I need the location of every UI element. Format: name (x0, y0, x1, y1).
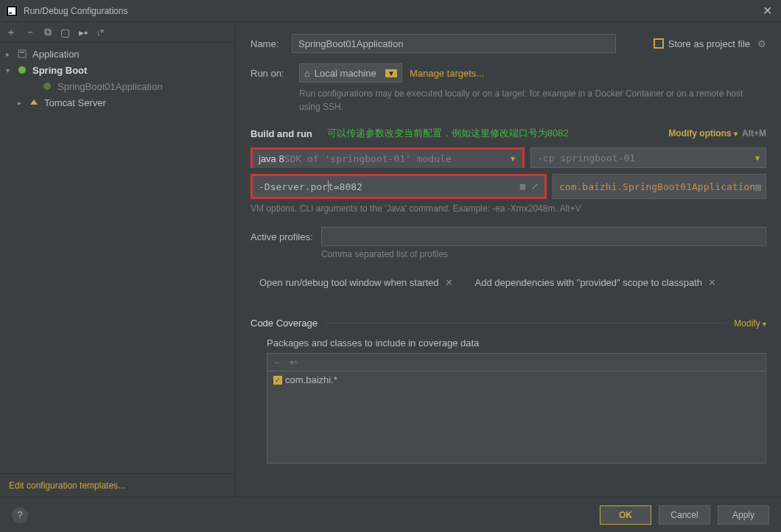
dropdown-arrow-icon: ▼ (755, 154, 760, 162)
help-icon[interactable]: ? (12, 507, 28, 523)
home-icon: ⌂ (304, 68, 310, 79)
tree-item-application[interactable]: ▸ Application (0, 46, 235, 62)
add-icon[interactable]: ＋ (6, 26, 16, 39)
folder-icon[interactable]: ▸▪ (79, 27, 88, 38)
sidebar: ＋ － ⧉ ▢ ▸▪ ↓ª ▸ Application ▾ Spring Boo… (0, 22, 236, 497)
profiles-input[interactable] (321, 227, 766, 246)
dropdown-arrow-icon: ▼ (509, 155, 516, 163)
svg-rect-3 (20, 52, 24, 53)
sidebar-toolbar: ＋ － ⧉ ▢ ▸▪ ↓ª (0, 22, 235, 43)
classpath-field[interactable]: -cp springboot-01 ▼ (530, 147, 766, 168)
tree-item-springboot[interactable]: ▾ Spring Boot (0, 62, 235, 78)
build-and-run-title: Build and run (251, 128, 312, 139)
remove-icon[interactable]: － (25, 26, 35, 39)
close-icon[interactable]: ✕ (760, 4, 775, 18)
cancel-button[interactable]: Cancel (659, 505, 710, 525)
manage-targets-link[interactable]: Manage targets... (410, 68, 484, 79)
ok-button[interactable]: OK (600, 505, 651, 525)
profiles-label: Active profiles: (251, 231, 321, 242)
titlebar: Run/Debug Configurations ✕ (0, 0, 781, 22)
sort-icon[interactable]: ↓ª (97, 28, 104, 37)
window-title: Run/Debug Configurations (24, 6, 760, 16)
tomcat-icon (28, 97, 40, 108)
save-icon[interactable]: ▢ (60, 27, 70, 38)
store-as-file-checkbox[interactable] (654, 38, 664, 49)
main-class-field[interactable]: com.baizhi.SpringBoot01Application ▤ (553, 174, 766, 199)
list-icon[interactable]: ▤ (755, 181, 761, 192)
sdk-dropdown[interactable]: java 8 SDK of 'springboot-01' module ▼ (251, 147, 525, 168)
application-icon (16, 48, 28, 60)
config-tree: ▸ Application ▾ Spring Boot SpringBoot01… (0, 43, 235, 473)
coverage-subtitle: Packages and classes to include in cover… (267, 337, 766, 349)
annotation-text: 可以传递参数改变当前配置，例如这里修改端口号为8082 (327, 127, 569, 140)
svg-rect-1 (9, 13, 12, 14)
remove-chip-icon[interactable]: ✕ (708, 277, 716, 288)
tree-item-springboot01[interactable]: SpringBoot01Application (0, 78, 235, 94)
chevron-right-icon: ▸ (18, 99, 27, 107)
vm-options-input[interactable]: -Dserver.port=8082 ▦ ⤢ (251, 174, 547, 199)
store-as-file-label: Store as project file (668, 38, 750, 49)
chip-provided-scope: Add dependencies with "provided" scope t… (475, 277, 716, 288)
chip-open-tool-window: Open run/debug tool window when started … (259, 277, 453, 288)
springboot-icon (16, 64, 28, 76)
name-label: Name: (251, 38, 292, 49)
runon-dropdown[interactable]: ⌂ Local machine ▼ (299, 63, 402, 83)
remove-chip-icon[interactable]: ✕ (445, 277, 453, 288)
edit-templates-link[interactable]: Edit configuration templates... (9, 480, 125, 491)
modify-options-link[interactable]: Modify options ▾ (668, 128, 738, 139)
modify-shortcut: Alt+M (742, 128, 766, 139)
svg-rect-2 (18, 50, 26, 57)
code-coverage-title: Code Coverage (251, 318, 318, 329)
coverage-modify-link[interactable]: Modify ▾ (734, 318, 766, 329)
app-logo-icon (6, 5, 18, 17)
coverage-item[interactable]: ✓ com.baizhi.* (267, 371, 766, 388)
remove-icon[interactable]: － (272, 356, 281, 369)
expand-icon[interactable]: ⤢ (531, 181, 539, 192)
coverage-list: － +▫ ✓ com.baizhi.* (267, 353, 766, 463)
checkbox-checked-icon[interactable]: ✓ (273, 376, 282, 385)
vm-hint: VM options. CLI arguments to the 'Java' … (251, 203, 766, 214)
history-icon[interactable]: ▦ (520, 181, 525, 192)
svg-point-4 (18, 66, 26, 74)
chevron-right-icon: ▸ (6, 50, 15, 58)
content-panel: Name: Store as project file ⚙ Run on: ⌂ … (236, 22, 781, 497)
springboot-icon (41, 80, 53, 92)
cursor-caret (328, 181, 329, 192)
gear-icon[interactable]: ⚙ (757, 38, 766, 49)
name-input[interactable] (292, 34, 616, 53)
runon-label: Run on: (251, 68, 292, 79)
copy-icon[interactable]: ⧉ (44, 26, 52, 38)
tree-item-tomcat[interactable]: ▸ Tomcat Server (0, 94, 235, 111)
apply-button[interactable]: Apply (718, 505, 769, 525)
chevron-down-icon: ▾ (6, 66, 15, 74)
svg-point-5 (43, 83, 51, 90)
dropdown-arrow-icon: ▼ (385, 69, 397, 77)
footer: ? OK Cancel Apply (0, 497, 781, 532)
profiles-hint: Comma separated list of profiles (321, 249, 766, 259)
add-icon[interactable]: +▫ (289, 357, 298, 368)
runon-hint: Run configurations may be executed local… (299, 87, 766, 113)
